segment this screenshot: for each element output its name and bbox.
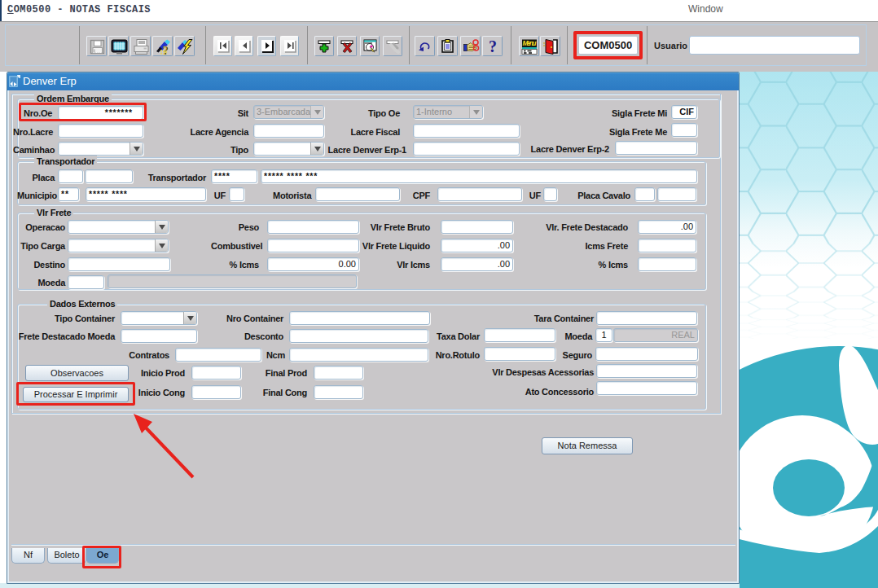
svg-text:Menu: Menu <box>523 39 538 47</box>
svg-text:?: ? <box>163 45 169 55</box>
svg-text:?: ? <box>489 38 497 55</box>
